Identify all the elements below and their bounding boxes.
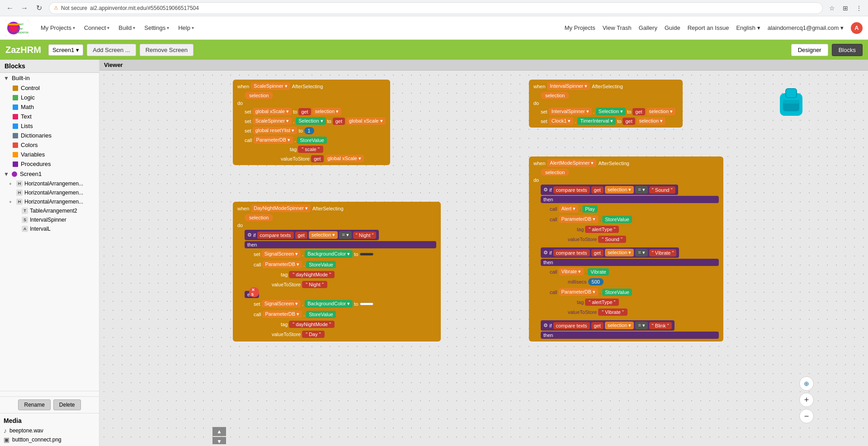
project-name: ZazHRM: [5, 45, 41, 55]
tree-item-2[interactable]: + H HorizontalArrangemen...: [0, 197, 99, 206]
address-bar[interactable]: ⚠ Not secure ai2.appinventor.mit.edu/#55…: [49, 2, 823, 14]
main-nav-menu: My Projects ▾ Connect ▾ Build ▾ Settings…: [36, 22, 198, 34]
tree-item-1[interactable]: H HorizontalArrangemen...: [0, 188, 99, 197]
sidebar-scroll-area: ▼ Built-in Control Logic Math Text Li: [0, 73, 99, 391]
gps-button[interactable]: ⊕: [799, 376, 814, 391]
menu-button[interactable]: ⋮: [854, 3, 864, 14]
block-alertmode-spinner[interactable]: when AlertModeSpinner ▾ AfterSelecting s…: [529, 157, 723, 342]
nav-settings[interactable]: Settings ▾: [140, 22, 174, 34]
nav-buttons: ← → ↻: [4, 2, 45, 14]
image-icon-1: ▣: [4, 436, 9, 443]
zoom-in-button[interactable]: +: [799, 393, 814, 407]
sidebar-item-dictionaries[interactable]: Dictionaries: [0, 131, 99, 140]
media-header: Media: [4, 415, 95, 426]
nav-arrows: ▲ ▼: [212, 427, 226, 444]
tree-icon-4: S: [22, 217, 28, 223]
tree-icon-2: H: [16, 199, 23, 205]
language-selector[interactable]: English ▾: [736, 24, 760, 31]
zoom-controls: ⊕ + −: [799, 376, 814, 423]
media-item-0[interactable]: ♪ beeptone.wav: [4, 426, 95, 435]
colors-icon: [13, 142, 18, 148]
main-layout: Blocks ▼ Built-in Control Logic Math Tex…: [0, 60, 868, 446]
sidebar-item-procedures[interactable]: Procedures: [0, 159, 99, 169]
screen-selector-arrow: ▾: [76, 47, 79, 53]
screen1-icon: [12, 171, 17, 177]
nav-build[interactable]: Build ▾: [114, 22, 140, 34]
help-arrow: ▾: [192, 25, 194, 30]
math-icon: [13, 104, 18, 110]
dictionaries-icon: [13, 133, 18, 138]
nav-my-projects-right[interactable]: My Projects: [565, 24, 595, 31]
tree-item-4[interactable]: S IntervalSpinner: [0, 215, 99, 224]
delete-button[interactable]: Delete: [53, 399, 81, 410]
add-screen-button[interactable]: Add Screen ...: [87, 44, 136, 56]
tree-item-5[interactable]: A IntervalL: [0, 224, 99, 233]
extensions-button[interactable]: ⊞: [840, 3, 851, 14]
rename-button[interactable]: Rename: [18, 399, 50, 410]
user-email[interactable]: alaindomercq1@gmail.com ▾: [768, 24, 844, 31]
logo-image: MIT APP INVENTOR: [5, 20, 29, 36]
tree-icon-0: H: [16, 180, 23, 187]
project-toolbar: ZazHRM Screen1 ▾ Add Screen ... Remove S…: [0, 40, 868, 60]
nav-down-arrow[interactable]: ▼: [212, 437, 226, 444]
backpack-icon[interactable]: [773, 84, 809, 120]
media-item-1[interactable]: ▣ buttton_connect.png: [4, 435, 95, 444]
tree-icon-1: H: [16, 190, 23, 196]
block-interval-spinner[interactable]: when IntervalSpinner ▾ AfterSelecting se…: [529, 80, 683, 128]
tree-expand-2: +: [9, 199, 14, 204]
security-icon: ⚠: [54, 5, 58, 11]
tree-item-0[interactable]: + H HorizontalArrangemen...: [0, 179, 99, 188]
logic-icon: [13, 95, 18, 100]
nav-up-arrow[interactable]: ▲: [212, 427, 226, 436]
blocks-button[interactable]: Blocks: [832, 44, 863, 56]
refresh-button[interactable]: ↻: [33, 2, 45, 14]
variables-icon: [13, 152, 18, 157]
sidebar-horizontal-scroll[interactable]: [0, 391, 99, 396]
viewer-canvas[interactable]: when ScaleSpinner ▾ AfterSelecting selec…: [99, 71, 868, 444]
tree-icon-3: T: [22, 208, 28, 214]
designer-button[interactable]: Designer: [791, 44, 828, 56]
block-scale-spinner[interactable]: when ScaleSpinner ▾ AfterSelecting selec…: [233, 80, 390, 165]
viewer-header: Viewer: [99, 60, 868, 71]
sidebar-item-math[interactable]: Math: [0, 102, 99, 112]
text-icon: [13, 114, 18, 119]
nav-gallery[interactable]: Gallery: [639, 24, 657, 31]
builtin-expand-icon: ▼: [4, 75, 9, 81]
sidebar-action-buttons: Rename Delete: [0, 396, 99, 413]
forward-button[interactable]: →: [18, 2, 31, 14]
viewer: Viewer when ScaleSpinner ▾ AfterSelectin…: [99, 60, 868, 446]
tree-item-3[interactable]: T TableArrangement2: [0, 206, 99, 215]
sidebar-builtin-section[interactable]: ▼ Built-in: [0, 73, 99, 83]
nav-report-issue[interactable]: Report an Issue: [688, 24, 729, 31]
back-button[interactable]: ←: [4, 2, 16, 14]
sidebar-item-logic[interactable]: Logic: [0, 93, 99, 102]
app-logo: MIT APP INVENTOR: [5, 20, 29, 36]
sidebar-screen1-section[interactable]: ▼ Screen1: [0, 169, 99, 179]
sidebar-item-variables[interactable]: Variables: [0, 150, 99, 159]
nav-connect[interactable]: Connect ▾: [80, 22, 114, 34]
url-text: ai2.appinventor.mit.edu/#556051906651750…: [90, 5, 199, 11]
sidebar-item-control[interactable]: Control: [0, 83, 99, 93]
builtin-label: Built-in: [12, 75, 30, 81]
build-arrow: ▾: [133, 25, 135, 30]
remove-screen-button[interactable]: Remove Screen: [140, 44, 193, 56]
nav-view-trash[interactable]: View Trash: [603, 24, 632, 31]
nav-guide[interactable]: Guide: [665, 24, 680, 31]
user-avatar-button[interactable]: A: [851, 22, 863, 34]
tree-expand-0: +: [9, 181, 14, 186]
nav-my-projects[interactable]: My Projects ▾: [36, 22, 80, 34]
zoom-out-button[interactable]: −: [799, 409, 814, 423]
browser-chrome: ← → ↻ ⚠ Not secure ai2.appinventor.mit.e…: [0, 0, 868, 16]
bookmark-button[interactable]: ☆: [826, 3, 837, 14]
nav-help[interactable]: Help ▾: [174, 22, 198, 34]
sidebar-item-text[interactable]: Text: [0, 112, 99, 121]
screen1-label: Screen1: [20, 171, 42, 177]
sidebar-item-colors[interactable]: Colors: [0, 140, 99, 150]
sidebar-item-lists[interactable]: Lists: [0, 121, 99, 131]
screen-selector[interactable]: Screen1 ▾: [48, 44, 83, 56]
my-projects-arrow: ▾: [73, 25, 75, 30]
app-navigation: MIT APP INVENTOR My Projects ▾ Connect ▾…: [0, 16, 868, 40]
svg-text:MIT: MIT: [19, 23, 24, 26]
block-daynightmode-spinner[interactable]: when DayNightModeSpinner ▾ AfterSelectin…: [233, 202, 441, 342]
connect-arrow: ▾: [107, 25, 109, 30]
